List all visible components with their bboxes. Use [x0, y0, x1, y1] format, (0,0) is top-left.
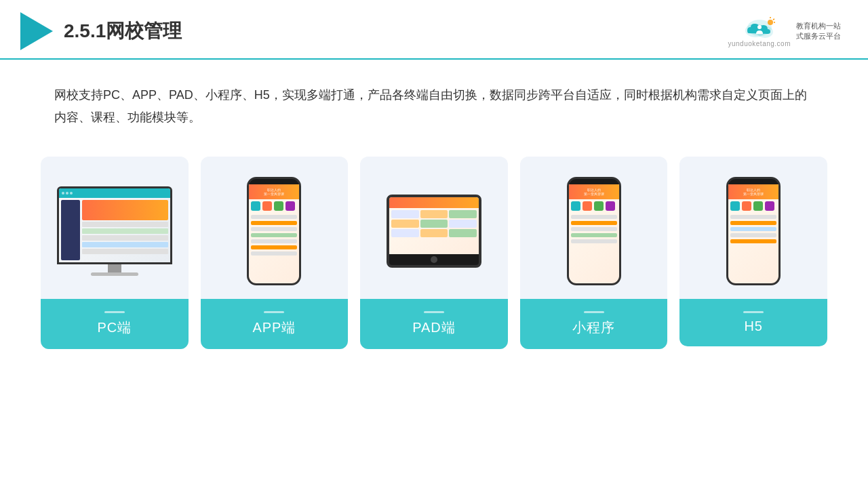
- card-label-pad: PAD端: [360, 299, 508, 349]
- phone-row: [251, 221, 297, 225]
- phone-header-text: 职达人的第一堂风管课: [262, 186, 285, 197]
- play-icon: [20, 12, 53, 50]
- phone-icons-mini: [569, 199, 619, 213]
- phone-icon: [274, 201, 283, 211]
- phone-row: [730, 215, 776, 219]
- phone-icon: [583, 201, 592, 211]
- phone-screen-mini: 职达人的第一堂风管课: [569, 184, 619, 283]
- card-app: 职达人的第一堂风管课: [201, 157, 349, 349]
- phone-icon: [753, 201, 763, 211]
- phone-header-mini: 职达人的第一堂风管课: [569, 184, 619, 199]
- miniprogram-image-area: 职达人的第一堂风管课: [520, 157, 668, 299]
- phone-row: [251, 245, 297, 249]
- phone-row: [251, 215, 297, 219]
- pc-row: [82, 222, 168, 227]
- card-label-h5: H5: [679, 299, 827, 346]
- pc-rows: [82, 222, 168, 260]
- pc-screen: [59, 188, 170, 262]
- tablet-cell: [420, 229, 448, 237]
- phone-row: [571, 233, 617, 237]
- pc-banner: [82, 200, 168, 220]
- phone-mockup-mini: 职达人的第一堂风管课: [567, 177, 621, 285]
- phone-row: [251, 233, 297, 237]
- phone-header: 职达人的第一堂风管课: [249, 184, 299, 199]
- phone-row: [251, 239, 297, 243]
- phone-header-h5: 职达人的第一堂风管课: [728, 184, 778, 199]
- phone-row: [571, 215, 617, 219]
- phone-header-text-h5: 职达人的第一堂风管课: [742, 186, 765, 197]
- phone-icon: [730, 201, 740, 211]
- header: 2.5.1网校管理 yunduoketang.com: [0, 0, 868, 60]
- logo-url: yunduoketang.com: [728, 40, 791, 47]
- phone-icon: [285, 201, 295, 211]
- tablet-cell: [391, 210, 419, 218]
- phone-icon: [742, 201, 751, 211]
- card-label-app: APP端: [201, 299, 349, 349]
- h5-image-area: 职达人的第一堂风管课: [679, 157, 827, 299]
- pad-image-area: [360, 157, 508, 299]
- phone-row: [251, 251, 297, 256]
- phone-icons: [249, 199, 299, 213]
- tablet-cell: [449, 220, 477, 228]
- tablet-col: [449, 210, 477, 237]
- pc-main: [82, 200, 168, 260]
- pc-row: [82, 228, 168, 234]
- svg-point-3: [757, 25, 762, 29]
- card-h5: 职达人的第一堂风管课: [679, 157, 827, 346]
- phone-notch: [585, 179, 604, 184]
- phone-mockup-app: 职达人的第一堂风管课: [247, 177, 301, 285]
- phone-icon: [594, 201, 604, 211]
- phone-icons-h5: [728, 199, 778, 213]
- app-image-area: 职达人的第一堂风管课: [201, 157, 349, 299]
- tablet-header: [389, 197, 479, 208]
- phone-row: [571, 221, 617, 225]
- pc-screen-header: [59, 188, 170, 198]
- phone-rows-mini: [569, 213, 619, 245]
- logo-tagline: 教育机构一站 式服务云平台: [796, 21, 841, 42]
- phone-mockup-h5: 职达人的第一堂风管课: [726, 177, 781, 285]
- pc-row: [82, 242, 168, 247]
- phone-screen-h5: 职达人的第一堂风管课: [728, 184, 778, 283]
- phone-screen-app: 职达人的第一堂风管课: [249, 184, 299, 283]
- tablet-mockup: [387, 195, 481, 268]
- pc-base: [91, 272, 138, 276]
- tablet-cell: [449, 229, 477, 237]
- pc-sidebar: [61, 200, 80, 260]
- phone-row: [730, 239, 776, 243]
- phone-header-text-mini: 职达人的第一堂风管课: [583, 186, 606, 197]
- cloud-icon: [741, 16, 778, 40]
- phone-icon: [606, 201, 615, 211]
- pc-dot: [62, 192, 64, 195]
- tablet-cell: [391, 220, 419, 228]
- phone-row: [730, 221, 776, 225]
- cloud-logo: yunduoketang.com: [728, 16, 791, 47]
- svg-line-6: [773, 19, 774, 20]
- pc-row: [82, 249, 168, 254]
- pc-screen-content: [59, 198, 170, 262]
- phone-icon: [765, 201, 774, 211]
- phone-row: [571, 227, 617, 231]
- pc-dot: [66, 192, 68, 195]
- pc-monitor: [57, 186, 172, 264]
- tablet-home-button: [431, 256, 437, 263]
- tablet-cell: [420, 210, 448, 218]
- pc-dot: [70, 192, 73, 195]
- logo-area: yunduoketang.com 教育机构一站 式服务云平台: [728, 16, 841, 47]
- description: 网校支持PC、APP、PAD、小程序、H5，实现多端打通，产品各终端自由切换，数…: [0, 60, 868, 143]
- phone-row: [571, 239, 617, 243]
- phone-row: [251, 227, 297, 231]
- tablet-cell: [391, 229, 419, 237]
- header-left: 2.5.1网校管理: [20, 12, 182, 50]
- pc-mockup: [57, 186, 172, 276]
- tablet-col: [420, 210, 448, 237]
- tablet-cell: [449, 210, 477, 218]
- phone-icon: [251, 201, 260, 211]
- svg-point-4: [768, 20, 773, 25]
- phone-notch: [744, 179, 763, 184]
- phone-row: [730, 227, 776, 231]
- cards-container: PC端 职达人的第一堂风管课: [0, 143, 868, 369]
- card-label-miniprogram: 小程序: [520, 299, 668, 349]
- card-label-pc: PC端: [41, 299, 189, 349]
- card-pad: PAD端: [360, 157, 508, 349]
- tablet-cell: [420, 220, 448, 228]
